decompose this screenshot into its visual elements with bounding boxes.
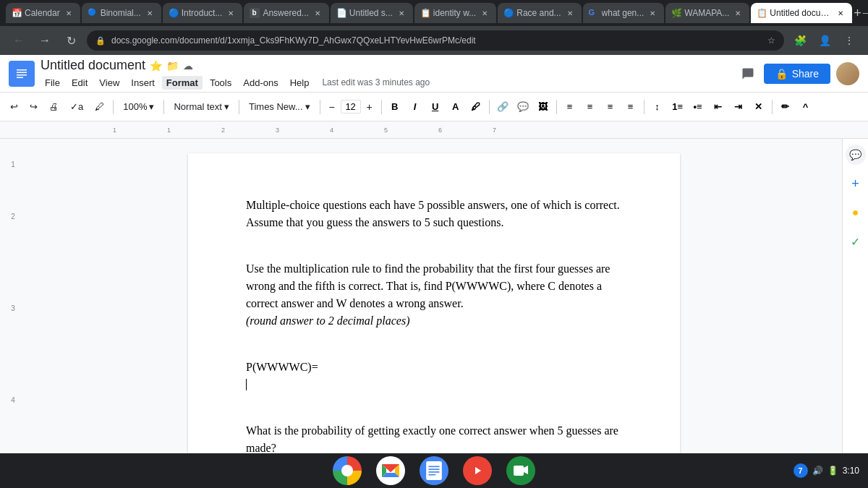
chat-icon[interactable] [738, 64, 758, 84]
tab-binomial-close[interactable]: ✕ [144, 7, 156, 19]
tab-wamapa-close[interactable]: ✕ [732, 7, 744, 19]
menu-addons[interactable]: Add-ons [239, 76, 282, 90]
wamapa-favicon: 🌿 [671, 8, 681, 18]
menu-file[interactable]: File [41, 76, 64, 90]
add-comment-button[interactable]: + [846, 174, 866, 194]
new-tab-button[interactable]: + [854, 3, 861, 23]
tab-race-and[interactable]: 🔵 Race and... ✕ [498, 3, 581, 23]
tab-answered[interactable]: b Answered... ✕ [244, 3, 328, 23]
underline-button[interactable]: U [427, 98, 444, 116]
tab-binomial-label: Binomial... [101, 8, 141, 18]
print-button[interactable]: 🖨 [45, 98, 63, 115]
zoom-select[interactable]: 100% ▾ [118, 99, 159, 114]
text-color-button[interactable]: A [447, 98, 464, 116]
tab-introduct-close[interactable]: ✕ [225, 7, 237, 19]
tab-what-gen[interactable]: G what gen... ✕ [583, 3, 665, 23]
tab-identity-close[interactable]: ✕ [479, 7, 490, 19]
italic-button[interactable]: I [407, 98, 424, 116]
doc-scroll-area[interactable]: Multiple-choice questions each have 5 po… [26, 139, 842, 488]
tab-untitled-s[interactable]: 📄 Untitled s... ✕ [331, 3, 413, 23]
increase-indent-button[interactable]: ⇥ [730, 98, 747, 116]
style-select[interactable]: Normal text ▾ [169, 99, 234, 114]
menu-tools[interactable]: Tools [205, 76, 236, 90]
tab-calendar-close[interactable]: ✕ [63, 7, 75, 19]
decrease-indent-button[interactable]: ⇤ [710, 98, 727, 116]
back-button[interactable]: ← [9, 30, 29, 51]
bold-button[interactable]: B [386, 98, 404, 116]
clear-format-button[interactable]: ✕ [750, 98, 767, 116]
image-button[interactable]: 🖼 [535, 98, 552, 116]
share-button[interactable]: 🔒 Share [764, 64, 830, 84]
address-bar: ← → ↻ 🔒 docs.google.com/document/d/1xxmj… [0, 26, 868, 55]
undo-button[interactable]: ↩ [6, 98, 22, 115]
gmail-icon[interactable] [376, 456, 405, 485]
menu-help[interactable]: Help [286, 76, 314, 90]
menu-edit[interactable]: Edit [67, 76, 92, 90]
docs-header-right: 🔒 Share [738, 62, 859, 85]
browser-toolbar-right: 🧩 👤 ⋮ [790, 30, 859, 51]
tab-what-gen-close[interactable]: ✕ [647, 7, 658, 19]
page-number-1: 1 [11, 160, 15, 213]
font-size-input[interactable] [341, 100, 361, 114]
docs-menu: File Edit View Insert Format Tools Add-o… [41, 76, 732, 90]
numbered-list-button[interactable]: 1≡ [669, 98, 686, 116]
edit-mode-button[interactable]: ✏ [777, 98, 794, 116]
sidebar-icon-3[interactable]: ✓ [846, 231, 866, 252]
text-cursor [246, 379, 247, 390]
avatar[interactable] [836, 62, 859, 85]
highlight-button[interactable]: 🖊 [467, 98, 485, 116]
menu-format[interactable]: Format [162, 76, 203, 90]
tab-untitled-d[interactable]: 📋 Untitled document ✕ [751, 3, 852, 23]
star-icon[interactable]: ☆ [767, 35, 775, 46]
align-left-button[interactable]: ≡ [561, 98, 579, 116]
ruler-mark-2: 2 [221, 127, 225, 134]
meet-icon[interactable] [506, 456, 535, 485]
tab-binomial[interactable]: 🔵 Binomial... ✕ [82, 3, 161, 23]
minimize-icon[interactable]: ─ [863, 8, 868, 18]
url-bar[interactable]: 🔒 docs.google.com/document/d/1xxmja_Cks9… [87, 30, 784, 51]
chrome-icon[interactable] [333, 456, 362, 485]
tab-identity[interactable]: 📋 identity w... ✕ [414, 3, 496, 23]
zoom-value: 100% [123, 101, 147, 112]
toolbar-divider-7 [556, 100, 557, 114]
font-size-increase[interactable]: + [362, 100, 377, 114]
paint-format-button[interactable]: 🖊 [90, 98, 109, 115]
line-spacing-button[interactable]: ↕ [649, 98, 666, 116]
refresh-button[interactable]: ↻ [61, 30, 81, 51]
spellcheck-button[interactable]: ✓a [66, 98, 88, 115]
link-button[interactable]: 🔗 [494, 98, 511, 116]
align-right-button[interactable]: ≡ [602, 98, 619, 116]
move-icon[interactable]: 📁 [166, 60, 179, 72]
more-options-icon[interactable]: ⋮ [839, 30, 859, 51]
tab-untitled-d-close[interactable]: ✕ [835, 7, 846, 19]
docs-title[interactable]: Untitled document [41, 58, 145, 73]
toolbar-divider-2 [163, 100, 164, 114]
star-icon[interactable]: ⭐ [150, 60, 162, 72]
youtube-icon[interactable] [463, 456, 492, 485]
toolbar-divider-8 [644, 100, 644, 114]
tab-wamapa[interactable]: 🌿 WAMAPA... ✕ [665, 3, 749, 23]
tab-untitled-s-close[interactable]: ✕ [396, 7, 407, 19]
tab-answered-close[interactable]: ✕ [312, 7, 323, 19]
sidebar-icon-2[interactable]: ● [846, 202, 866, 223]
page-content[interactable]: Multiple-choice questions each have 5 po… [188, 153, 680, 488]
collapse-button[interactable]: ^ [797, 98, 814, 116]
profile-icon[interactable]: 👤 [814, 30, 835, 51]
forward-button[interactable]: → [35, 30, 55, 51]
menu-view[interactable]: View [95, 76, 124, 90]
extensions-icon[interactable]: 🧩 [790, 30, 810, 51]
comment-button[interactable]: 💬 [514, 98, 532, 116]
justify-button[interactable]: ≡ [622, 98, 639, 116]
bullet-list-button[interactable]: •≡ [689, 98, 707, 116]
redo-button[interactable]: ↪ [25, 98, 42, 115]
comments-sidebar-button[interactable]: 💬 [846, 145, 866, 165]
tab-race-close[interactable]: ✕ [564, 7, 576, 19]
font-select[interactable]: Times New... ▾ [244, 99, 315, 114]
tab-introduct[interactable]: 🔵 Introduct... ✕ [163, 3, 243, 23]
font-size-decrease[interactable]: − [325, 100, 339, 114]
align-center-button[interactable]: ≡ [582, 98, 599, 116]
tab-calendar[interactable]: 📅 Calendar ✕ [6, 3, 80, 23]
cloud-icon[interactable]: ☁ [183, 60, 193, 72]
menu-insert[interactable]: Insert [127, 76, 159, 90]
docs-taskbar-icon[interactable] [420, 456, 448, 485]
